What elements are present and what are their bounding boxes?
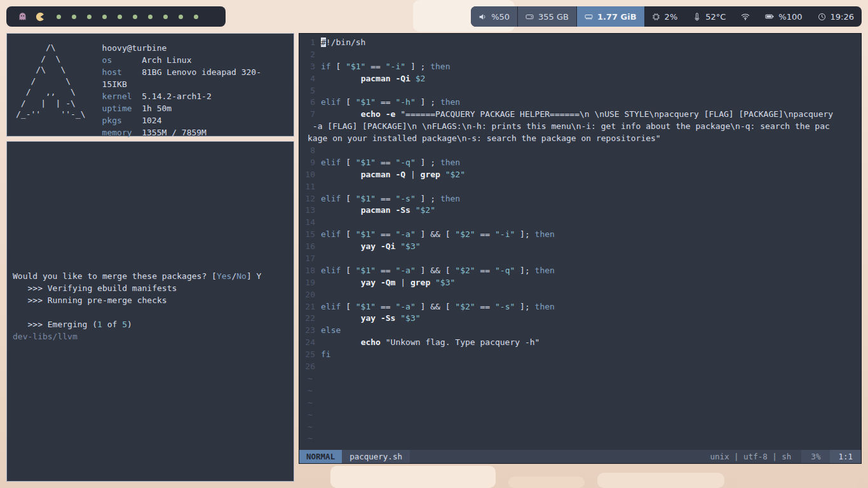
terminal-line (13, 306, 294, 318)
workspace-dot[interactable] (148, 15, 153, 19)
workspace-dot[interactable] (179, 15, 183, 19)
workspace-dots (57, 15, 198, 19)
bar-segment-battery[interactable]: %100 (757, 6, 810, 27)
neofetch-fields: osArch Linuxhost81BG Lenovo ideapad 320-… (102, 54, 285, 139)
line-number: 12 (299, 193, 321, 205)
pacman-icon[interactable] (36, 12, 45, 22)
bar-segment-memory[interactable]: 1.77 GiB (577, 6, 644, 27)
wallpaper-shape (330, 466, 496, 488)
line-number: 21 (299, 301, 321, 313)
editor-line[interactable]: 8 (299, 145, 861, 157)
vim-window[interactable]: 1#!/bin/sh23if [ "$1" == "-i" ] ; then4 … (299, 33, 862, 464)
editor-line[interactable]: 12elif [ "$1" == "-s" ] ; then (299, 193, 861, 205)
bar-segment-disk[interactable]: 355 GB (518, 6, 577, 27)
editor-line[interactable]: 20 (299, 289, 861, 301)
bar-segment-label: %50 (491, 12, 510, 22)
ram-icon (585, 13, 593, 21)
editor-line[interactable]: 1#!/bin/sh (299, 37, 861, 49)
statusline-fileinfo: unix | utf-8 | sh (700, 450, 801, 463)
editor-line[interactable]: 17 (299, 253, 861, 265)
editor-empty-line: ~ (299, 385, 861, 397)
editor-line[interactable]: 25fi (299, 349, 861, 361)
line-number: 9 (299, 157, 321, 169)
editor-line[interactable]: 26 (299, 361, 861, 373)
statusline-filename: pacquery.sh (342, 450, 410, 463)
statusline-scroll-percent: 3% (801, 450, 830, 463)
bar-segment-label: 2% (665, 12, 678, 22)
terminal-line: dev-libs/llvm (13, 330, 294, 342)
editor-line[interactable]: kage on your installed package\n-s: sear… (299, 133, 861, 145)
editor-line[interactable]: 2 (299, 49, 861, 61)
editor-line[interactable]: 16 yay -Qi "$3" (299, 241, 861, 253)
editor-empty-line: ~ (299, 373, 861, 385)
line-number: 18 (299, 265, 321, 277)
disk-icon (526, 13, 534, 21)
wallpaper-shape (508, 477, 585, 488)
neofetch-user-host: hoovy@turbine (102, 42, 285, 54)
editor-line[interactable]: 5 (299, 85, 861, 97)
line-number: 2 (299, 49, 321, 61)
line-number: 26 (299, 361, 321, 373)
neofetch-field: memory1355M / 7859M (102, 126, 285, 139)
editor-line[interactable]: 6elif [ "$1" == "-h" ] ; then (299, 97, 861, 109)
wallpaper-shape (597, 473, 724, 488)
editor-line[interactable]: 24 echo "Unkown flag. Type pacquery -h" (299, 337, 861, 349)
line-number: 17 (299, 253, 321, 265)
line-number: 10 (299, 169, 321, 181)
editor-line[interactable]: 4 pacman -Qi $2 (299, 73, 861, 85)
line-number: 19 (299, 277, 321, 289)
workspace-dot[interactable] (194, 15, 198, 19)
editor-line[interactable]: 19 yay -Qm | grep "$3" (299, 277, 861, 289)
bar-segment-label: 355 GB (538, 12, 569, 22)
line-number: 24 (299, 337, 321, 349)
bar-segment-temperature[interactable]: 52°C (685, 6, 733, 27)
statusline-spacer (410, 450, 700, 463)
battery-icon (765, 12, 774, 21)
editor-line[interactable]: 22 yay -Ss "$3" (299, 313, 861, 325)
bar-segment-cpu[interactable]: 2% (644, 6, 686, 27)
arch-logo-ascii: /\ / \ /\ \ / \ / ,, \ / | | -\ /_-'' ''… (16, 42, 86, 128)
line-number: 23 (299, 325, 321, 337)
line-number: 13 (299, 205, 321, 217)
line-number: 22 (299, 313, 321, 325)
line-number: 3 (299, 61, 321, 73)
workspace-dot[interactable] (163, 15, 168, 19)
topbar-right: %50355 GB1.77 GiB2%52°C%10019:26 (471, 6, 862, 27)
line-number: 5 (299, 85, 321, 97)
editor-line[interactable]: 15elif [ "$1" == "-a" ] && [ "$2" == "-i… (299, 229, 861, 241)
line-number: 4 (299, 73, 321, 85)
workspace-dot[interactable] (72, 15, 76, 19)
bar-segment-clock[interactable]: 19:26 (810, 6, 862, 27)
terminal-line: >>> Running pre-merge checks (13, 294, 294, 306)
line-number: 25 (299, 349, 321, 361)
bar-segment-label: 52°C (705, 12, 726, 22)
editor-line[interactable]: 21elif [ "$1" == "-a" ] && [ "$2" == "-s… (299, 301, 861, 313)
editor-line[interactable]: 3if [ "$1" == "-i" ] ; then (299, 61, 861, 73)
workspace-dot[interactable] (118, 15, 122, 19)
terminal-window[interactable]: Would you like to merge these packages? … (6, 141, 294, 482)
editor-line[interactable]: 23else (299, 325, 861, 337)
editor-line[interactable]: 7 echo -e "======PACQUERY PACKAGE HELPER… (299, 109, 861, 121)
workspace-dot[interactable] (57, 15, 61, 19)
editor-line[interactable]: 11 (299, 181, 861, 193)
bar-segment-label: 19:26 (831, 12, 854, 22)
editor-empty-line: ~ (299, 397, 861, 409)
editor-line[interactable]: 9elif [ "$1" == "-q" ] ; then (299, 157, 861, 169)
editor-empty-line: ~ (299, 409, 861, 421)
speaker-icon (478, 13, 487, 21)
ghost-icon[interactable] (18, 12, 27, 22)
editor-line[interactable]: 14 (299, 217, 861, 229)
editor-line[interactable]: 13 pacman -Ss "$2" (299, 205, 861, 217)
neofetch-window[interactable]: /\ / \ /\ \ / \ / ,, \ / | | -\ /_-'' ''… (6, 33, 294, 137)
editor-line[interactable]: 18elif [ "$1" == "-a" ] && [ "$2" == "-q… (299, 265, 861, 277)
editor-lines[interactable]: 1#!/bin/sh23if [ "$1" == "-i" ] ; then4 … (299, 34, 861, 450)
workspace-dot[interactable] (102, 15, 107, 19)
bar-segment-volume[interactable]: %50 (471, 6, 518, 27)
editor-line[interactable]: -a [FLAG] [PACKAGE]\n \nFLAGS:\n-h: prin… (299, 121, 861, 133)
workspace-dot[interactable] (87, 15, 92, 19)
workspace-dot[interactable] (133, 15, 137, 19)
bar-segment-wifi[interactable] (733, 6, 757, 27)
statusline-cursor-position: 1:1 (830, 450, 861, 463)
editor-line[interactable]: 10 pacman -Q | grep "$2" (299, 169, 861, 181)
neofetch-field: host81BG Lenovo ideapad 320-15IKB (102, 66, 285, 90)
